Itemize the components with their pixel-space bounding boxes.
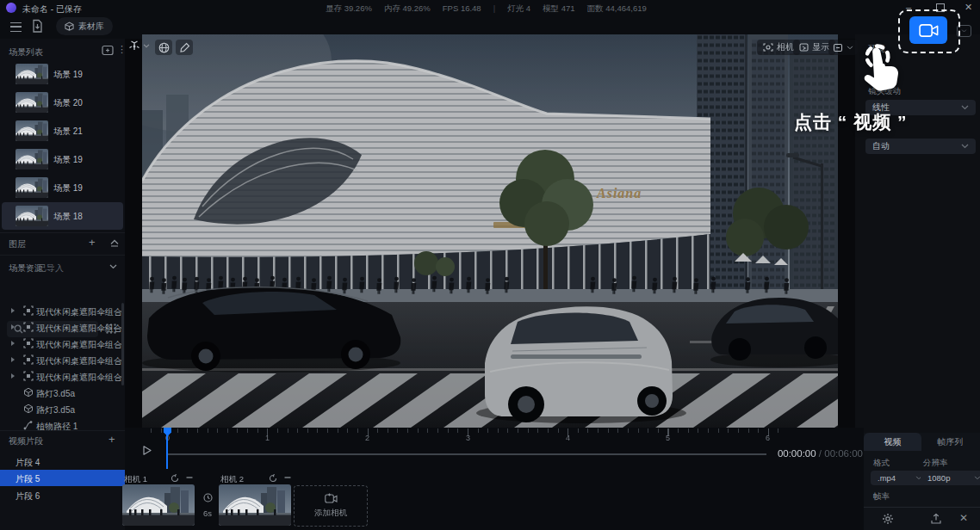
resource-item[interactable]: 路灯3.d5a xyxy=(0,385,125,401)
expand-arrow-icon[interactable] xyxy=(11,324,15,330)
safe-frame-icon xyxy=(833,43,843,52)
scene-list-item[interactable]: 场景 19 xyxy=(2,145,123,173)
scene-list-item[interactable]: 场景 19 xyxy=(2,60,123,88)
expand-arrow-icon[interactable] xyxy=(11,341,15,346)
scene-list-item[interactable]: 场景 20 xyxy=(2,89,123,116)
resource-label: 现代休闲桌遮阳伞组合 xyxy=(36,339,122,351)
expand-arrow-icon[interactable] xyxy=(11,308,15,313)
render-settings-gear-icon[interactable] xyxy=(882,513,894,525)
video-mode-button[interactable] xyxy=(909,16,947,44)
expand-arrow-icon[interactable] xyxy=(11,373,15,379)
video-camera-icon xyxy=(919,24,939,37)
stat-faces: 面数 44,464,619 xyxy=(587,3,647,15)
resource-item[interactable]: 现代休闲桌遮阳伞组合 xyxy=(0,319,125,336)
close-window-button[interactable]: ✕ xyxy=(964,1,972,13)
scene-label: 场景 19 xyxy=(53,69,83,81)
scene-thumbnail xyxy=(16,64,48,84)
ruler-number: 6 xyxy=(766,434,770,442)
scene-label: 场景 20 xyxy=(53,97,83,109)
scene-list-more-icon[interactable]: ⋮ xyxy=(117,44,127,55)
resource-item[interactable]: 现代休闲桌遮阳伞组合 xyxy=(0,368,125,385)
clip-label: 片段 6 xyxy=(16,490,40,502)
resource-item[interactable]: 现代休闲桌遮阳伞组合 xyxy=(0,352,125,368)
resource-item[interactable]: 路灯3.d5a xyxy=(0,401,125,417)
ruler-number: 1 xyxy=(265,434,270,442)
scene-list-item[interactable]: 场景 21 xyxy=(2,117,123,145)
clip-item-selected[interactable]: 片段 5 xyxy=(0,470,125,486)
refresh-camera-icon[interactable] xyxy=(171,474,179,483)
environment-globe-icon[interactable] xyxy=(155,40,172,55)
resource-item[interactable]: 植物路径 1 xyxy=(0,417,125,434)
gizmo-tool-button[interactable] xyxy=(128,40,150,52)
clip-duration: 6s xyxy=(203,508,212,518)
collapse-layers-icon[interactable] xyxy=(109,238,120,247)
add-layer-icon[interactable]: + xyxy=(89,236,96,249)
clip-item[interactable]: 片段 6 xyxy=(0,487,125,503)
tutorial-instruction-text: 点击 “ 视频 ” xyxy=(794,110,908,134)
clip-item[interactable]: 片段 4 xyxy=(0,453,125,470)
group-icon xyxy=(23,354,34,365)
format-label: 格式 xyxy=(873,458,890,469)
format-value: .mp4 xyxy=(878,473,896,483)
camera-icon xyxy=(763,43,773,52)
video-clips-title: 视频片段 xyxy=(9,435,43,447)
add-clip-icon[interactable]: + xyxy=(109,433,115,446)
resources-filter[interactable]: 已导入 xyxy=(38,262,64,274)
import-file-icon[interactable] xyxy=(31,19,44,34)
resource-item[interactable]: 现代休闲桌遮阳伞组合 xyxy=(0,303,125,319)
brush-tool-icon[interactable] xyxy=(176,40,193,55)
add-camera-label: 添加相机 xyxy=(314,508,347,519)
asset-library-label: 素材库 xyxy=(78,21,104,33)
library-box-icon xyxy=(65,22,74,31)
group-icon xyxy=(23,322,34,332)
chevron-down-icon xyxy=(143,44,150,48)
play-button[interactable] xyxy=(141,445,152,456)
camera-clip-thumbnail[interactable] xyxy=(219,484,291,526)
add-scene-icon[interactable] xyxy=(102,45,114,56)
remove-camera-icon[interactable] xyxy=(283,473,292,482)
tab-frame-sequence[interactable]: 帧序列 xyxy=(921,433,979,451)
framerate-label: 帧率 xyxy=(873,491,890,502)
resource-label: 路灯3.d5a xyxy=(36,404,75,416)
menu-icon[interactable] xyxy=(10,22,22,32)
clip-label: 片段 5 xyxy=(16,473,40,485)
resource-label: 现代休闲桌遮阳伞组合 xyxy=(36,323,122,335)
scene-list-item-selected[interactable]: 场景 18 xyxy=(2,202,123,230)
refresh-camera-icon[interactable] xyxy=(269,474,277,483)
chevron-down-icon xyxy=(961,105,969,110)
cube-icon xyxy=(23,404,34,414)
scene-label: 场景 18 xyxy=(53,211,83,223)
resolution-dropdown[interactable]: 1080p xyxy=(921,471,980,485)
transition-dropdown[interactable]: 自动 xyxy=(865,139,976,154)
left-sidebar: 场景列表 ⋮ 场景 19 场景 20 场景 21 场景 19 场景 19 场景 xyxy=(0,39,125,530)
close-export-panel-icon[interactable]: ✕ xyxy=(959,512,968,524)
resource-item[interactable]: 现代休闲桌遮阳伞组合 xyxy=(0,336,125,352)
ruler-number: 3 xyxy=(466,434,470,442)
add-camera-button[interactable]: 添加相机 xyxy=(294,485,368,527)
tab-video[interactable]: 视频 xyxy=(864,433,921,451)
resource-label: 现代休闲桌遮阳伞组合 xyxy=(36,306,122,318)
ruler-number: 4 xyxy=(566,434,570,442)
export-panel: 视频 帧序列 格式 分辨率 .mp4 1080p 帧率 ✕ xyxy=(864,433,980,530)
display-icon xyxy=(799,43,809,52)
window-title: 未命名 - 已保存 xyxy=(22,3,82,15)
export-icon[interactable] xyxy=(930,513,942,525)
render-scene: Asiana xyxy=(142,34,838,428)
clock-icon xyxy=(203,493,213,502)
scene-label: 场景 19 xyxy=(53,182,83,194)
viewport-3d[interactable]: Asiana xyxy=(142,34,838,428)
clip-label: 片段 4 xyxy=(16,457,40,469)
stat-ram: 内存 49.26% xyxy=(384,3,431,15)
remove-camera-icon[interactable] xyxy=(185,473,194,482)
scene-list-item[interactable]: 场景 19 xyxy=(2,174,123,201)
camera-clip-thumbnail[interactable] xyxy=(122,484,195,526)
resources-filter-chevron-icon[interactable] xyxy=(109,264,117,269)
transition-value: 自动 xyxy=(872,140,890,152)
resolution-label: 分辨率 xyxy=(923,458,948,469)
camera-clip-info: 6s xyxy=(199,484,216,526)
scene-label: 场景 21 xyxy=(53,126,83,138)
asset-library-button[interactable]: 素材库 xyxy=(56,17,113,35)
resources-scrollbar[interactable] xyxy=(121,303,124,385)
move-gizmo-icon xyxy=(128,40,140,52)
expand-arrow-icon[interactable] xyxy=(11,357,15,362)
